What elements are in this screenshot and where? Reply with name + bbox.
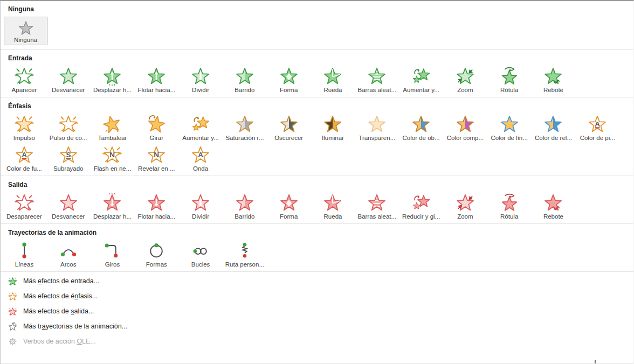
effect-formas[interactable]: Formas <box>134 240 178 268</box>
effect-rotula[interactable]: Rótula <box>487 66 532 93</box>
effect-zoom[interactable]: Zoom <box>443 192 487 220</box>
effect-label: Onda <box>193 165 208 172</box>
exit-star-icon <box>7 306 18 317</box>
effect-desplazar-h[interactable]: Desplazar h... <box>91 66 135 93</box>
effect-label: Zoom <box>457 213 473 220</box>
effect-transparen[interactable]: Transparen... <box>355 114 399 141</box>
effect-label: Bucles <box>191 261 210 268</box>
effect-flash-en-ne[interactable]: NFlash en ne... <box>91 144 135 172</box>
color-de-fu-effect-icon: A <box>15 144 34 165</box>
resize-grip-icon[interactable] <box>595 360 596 363</box>
effect-lineas[interactable]: Líneas <box>2 240 46 268</box>
ole-gear-icon <box>7 336 18 347</box>
effect-label: Barrido <box>235 87 254 93</box>
effect-barrido[interactable]: Barrido <box>223 66 267 93</box>
menu-item-label: Más efectos de salida... <box>23 307 94 315</box>
effect-desvanecer[interactable]: Desvanecer <box>46 192 91 220</box>
aumentar-y-effect-icon <box>411 66 431 86</box>
effect-label: Color comp... <box>447 135 484 141</box>
effect-label: Color de lín... <box>491 135 527 141</box>
aumentar-y-effect-icon <box>191 114 210 134</box>
effect-flotar-hacia[interactable]: Flotar hacia... <box>134 192 178 220</box>
effect-row: Ninguna <box>1 17 633 45</box>
effect-zoom[interactable]: Zoom <box>443 66 487 93</box>
effect-label: Tambalear <box>98 135 127 141</box>
effect-barras-aleat[interactable]: Barras aleat... <box>355 192 399 220</box>
effect-subrayado[interactable]: SSubrayado <box>46 144 91 172</box>
aparecer-effect-icon <box>15 66 34 86</box>
effect-forma[interactable]: Forma <box>267 192 311 220</box>
effect-label: Formas <box>146 261 167 268</box>
effect-dividir[interactable]: Dividir <box>178 192 223 220</box>
effect-label: Flash en ne... <box>94 165 132 172</box>
effect-saturacion-r[interactable]: Saturación r... <box>223 114 267 141</box>
effect-color-comp[interactable]: Color comp... <box>443 114 487 141</box>
effect-barras-aleat[interactable]: Barras aleat... <box>355 66 399 93</box>
menu-item-mas-efectos-de-enfasis[interactable]: Más efectos de énfasis... <box>1 289 633 304</box>
effect-label: Rueda <box>324 87 342 93</box>
effect-aumentar-y[interactable]: Aumentar y... <box>399 66 443 93</box>
effect-giros[interactable]: Giros <box>91 240 135 268</box>
effect-color-de-pi[interactable]: AColor de pi... <box>575 114 619 141</box>
effect-row: AparecerDesvanecerDesplazar h...Flotar h… <box>1 66 633 93</box>
effect-tambalear[interactable]: Tambalear <box>91 114 135 141</box>
effect-rebote[interactable]: Rebote <box>532 192 576 220</box>
effect-rueda[interactable]: Rueda <box>311 192 355 220</box>
menu-item-mas-efectos-de-salida[interactable]: Más efectos de salida... <box>1 304 633 319</box>
effect-arcos[interactable]: Arcos <box>46 240 91 268</box>
effect-rotula[interactable]: Rótula <box>487 192 532 220</box>
ninguna-effect-icon <box>18 19 34 37</box>
effect-dividir[interactable]: Dividir <box>178 66 223 93</box>
effect-row: LíneasArcosGirosFormasBuclesRuta person.… <box>1 240 633 268</box>
desvanecer-effect-icon <box>59 66 78 86</box>
effect-desvanecer[interactable]: Desvanecer <box>46 66 91 93</box>
effect-color-de-rel[interactable]: Color de rel... <box>532 114 576 141</box>
section-trayectorias: Trayectorias de la animaciónLíneasArcosG… <box>1 224 633 272</box>
formas-effect-icon <box>147 240 166 261</box>
effect-reducir-y-gi[interactable]: Reducir y gi... <box>399 192 443 220</box>
effect-rueda[interactable]: Rueda <box>311 66 355 93</box>
effect-label: Rótula <box>500 213 518 220</box>
effect-ninguna[interactable]: Ninguna <box>4 17 47 45</box>
menu-item-mas-efectos-de-entrada[interactable]: Más efectos de entrada... <box>1 274 633 289</box>
forma-effect-icon <box>279 192 299 213</box>
effect-desplazar-h[interactable]: Desplazar h... <box>91 192 135 220</box>
effect-impulso[interactable]: Impulso <box>2 114 46 141</box>
motion-path-star-icon <box>7 321 18 332</box>
effect-ruta-person[interactable]: Ruta person... <box>223 240 267 268</box>
effect-forma[interactable]: Forma <box>267 66 311 93</box>
effect-iluminar[interactable]: Iluminar <box>311 114 355 141</box>
effect-desaparecer[interactable]: Desaparecer <box>2 192 46 220</box>
effect-label: Giros <box>105 261 120 268</box>
effect-aparecer[interactable]: Aparecer <box>2 66 46 93</box>
giros-effect-icon <box>102 240 122 261</box>
effect-label: Color de pi... <box>580 135 615 141</box>
effect-rebote[interactable]: Rebote <box>532 66 576 93</box>
oscurecer-effect-icon <box>279 114 299 134</box>
effect-label: Desplazar h... <box>93 87 132 93</box>
effect-oscurecer[interactable]: Oscurecer <box>267 114 311 141</box>
effect-label: Iluminar <box>322 135 344 141</box>
effect-bucles[interactable]: Bucles <box>178 240 223 268</box>
effect-girar[interactable]: Girar <box>134 114 178 141</box>
effect-onda[interactable]: AOnda <box>178 144 223 172</box>
effect-flotar-hacia[interactable]: Flotar hacia... <box>134 66 178 93</box>
effect-color-de-ob[interactable]: Color de ob... <box>399 114 443 141</box>
section-ninguna: NingunaNinguna <box>1 1 633 50</box>
effect-aumentar-y[interactable]: Aumentar y... <box>178 114 223 141</box>
menu-item-mas-trayectorias-de-la-animacion[interactable]: Más trayectorias de la animación... <box>1 319 633 334</box>
rueda-effect-icon <box>323 192 342 213</box>
effect-label: Arcos <box>60 261 76 268</box>
effect-revelar-en[interactable]: NRevelar en ... <box>134 144 178 172</box>
section-entrada: EntradaAparecerDesvanecerDesplazar h...F… <box>1 50 633 97</box>
effect-color-de-fu[interactable]: AColor de fu... <box>2 144 46 172</box>
effect-pulso-de-co[interactable]: Pulso de co... <box>46 114 91 141</box>
barras-aleat-effect-icon <box>367 66 387 86</box>
animation-gallery-dropdown: NingunaNingunaEntradaAparecerDesvanecerD… <box>0 0 634 364</box>
effect-barrido[interactable]: Barrido <box>223 192 267 220</box>
effect-label: Aumentar y... <box>182 135 219 141</box>
effect-label: Saturación r... <box>225 135 264 141</box>
effect-color-de-lin[interactable]: Color de lín... <box>487 114 532 141</box>
menu-item-verbos-de-accion-ole: Verbos de acción OLE... <box>1 334 633 349</box>
reducir-y-gi-effect-icon <box>411 192 431 213</box>
